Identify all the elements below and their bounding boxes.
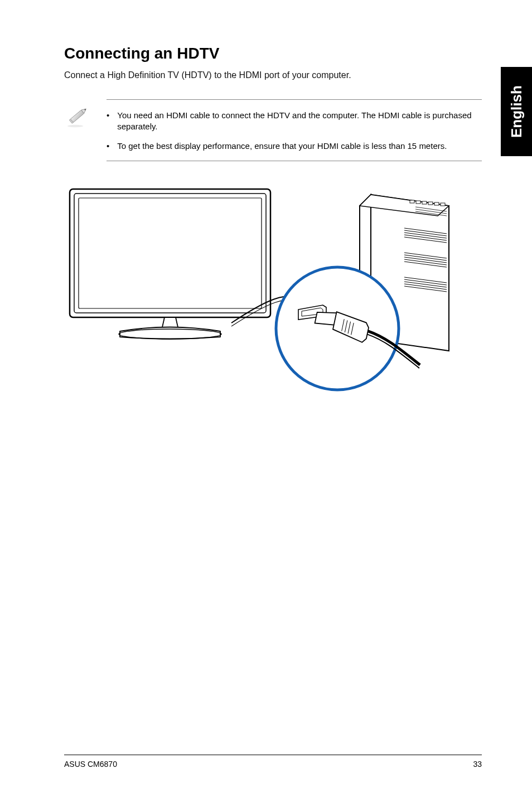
svg-rect-32 xyxy=(422,201,427,204)
page-footer: ASUS CM6870 33 xyxy=(64,755,482,769)
svg-rect-31 xyxy=(416,201,420,204)
svg-point-4 xyxy=(67,125,83,127)
intro-text: Connect a High Definition TV (HDTV) to t… xyxy=(64,70,482,80)
note-text: You need an HDMI cable to connect the HD… xyxy=(117,110,482,133)
connection-diagram xyxy=(64,183,466,395)
pencil-icon xyxy=(64,103,91,132)
note-item: • You need an HDMI cable to connect the … xyxy=(107,110,482,133)
note-text: To get the best display performance, ens… xyxy=(117,141,447,152)
svg-rect-35 xyxy=(441,203,445,206)
footer-page-number: 33 xyxy=(473,760,482,769)
note-content: • You need an HDMI cable to connect the … xyxy=(107,99,482,161)
note-block: • You need an HDMI cable to connect the … xyxy=(64,99,482,161)
language-tab: English xyxy=(501,67,532,156)
section-heading: Connecting an HDTV xyxy=(64,45,482,62)
bullet-icon: • xyxy=(107,141,109,152)
svg-rect-30 xyxy=(410,200,414,203)
note-item: • To get the best display performance, e… xyxy=(107,141,482,152)
page-container: English Connecting an HDTV Connect a Hig… xyxy=(0,0,532,802)
footer-model: ASUS CM6870 xyxy=(64,760,117,769)
svg-rect-7 xyxy=(79,198,262,308)
bullet-icon: • xyxy=(107,110,109,133)
svg-rect-34 xyxy=(434,202,439,205)
svg-rect-33 xyxy=(428,202,433,205)
